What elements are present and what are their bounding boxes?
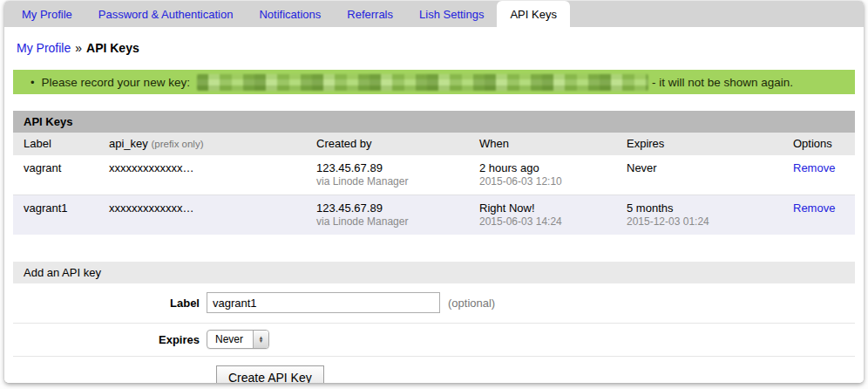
created-by-ip: 123.45.67.89 [316, 161, 479, 174]
bullet-icon: • [31, 76, 35, 89]
col-api-key-note: (prefix only) [151, 139, 203, 149]
expires-field-label: Expires [13, 333, 207, 346]
alert-prefix-text: Please record your new key: [42, 76, 190, 89]
browser-page: My Profile Password & Authentication Not… [4, 1, 864, 383]
key-when: 2 hours ago 2015-06-03 12:10 [479, 161, 627, 188]
key-options: Remove [793, 201, 855, 215]
tab-notifications[interactable]: Notifications [246, 1, 334, 27]
label-input[interactable] [207, 292, 440, 313]
alert-suffix-text: - it will not be shown again. [652, 76, 793, 89]
col-created-by: Created by [316, 137, 479, 150]
col-when: When [479, 137, 627, 150]
key-label: vagrant [24, 161, 109, 174]
breadcrumb-separator: » [75, 41, 82, 55]
breadcrumb-my-profile-link[interactable]: My Profile [17, 41, 71, 55]
key-expires: 5 months 2015-12-03 01:24 [627, 201, 793, 228]
tab-api-keys[interactable]: API Keys [497, 1, 569, 27]
table-row: vagrant1 xxxxxxxxxxxxx… 123.45.67.89 via… [13, 194, 855, 235]
table-row: vagrant xxxxxxxxxxxxx… 123.45.67.89 via … [13, 155, 855, 194]
key-created-by: 123.45.67.89 via Linode Manager [316, 161, 479, 188]
label-form-row: Label (optional) [13, 283, 855, 324]
create-api-key-button[interactable]: Create API Key [216, 365, 324, 383]
col-label: Label [24, 137, 109, 150]
profile-tabbar: My Profile Password & Authentication Not… [4, 1, 864, 27]
key-created-by: 123.45.67.89 via Linode Manager [316, 201, 479, 228]
remove-key-link[interactable]: Remove [793, 161, 835, 174]
select-stepper-icon: ▲ ▼ [253, 331, 268, 348]
when-date: 2015-06-03 12:10 [479, 175, 627, 188]
add-api-key-section-title: Add an API key [13, 262, 855, 283]
key-label: vagrant1 [24, 201, 109, 215]
created-by-ip: 123.45.67.89 [316, 201, 479, 215]
key-prefix: xxxxxxxxxxxxx… [109, 161, 316, 174]
key-options: Remove [793, 161, 855, 174]
key-expires: Never [627, 161, 793, 174]
expires-select[interactable]: Never ▲ ▼ [207, 330, 269, 349]
redacted-api-key [197, 74, 648, 91]
tab-referrals[interactable]: Referrals [334, 1, 406, 27]
created-by-via: via Linode Manager [316, 215, 479, 228]
api-keys-table: API Keys Label api_key (prefix only) Cre… [13, 111, 855, 235]
col-api-key-text: api_key [109, 137, 148, 150]
col-options: Options [793, 137, 855, 150]
page-content: My Profile»API Keys • Please record your… [4, 27, 864, 383]
chevron-down-icon: ▼ [259, 339, 264, 343]
submit-row: Create API Key [13, 357, 855, 383]
when-date: 2015-06-03 14:24 [479, 215, 627, 228]
expires-relative: 5 months [627, 201, 793, 215]
breadcrumb: My Profile»API Keys [13, 27, 855, 55]
created-by-via: via Linode Manager [316, 175, 479, 188]
col-expires: Expires [627, 137, 793, 150]
remove-key-link[interactable]: Remove [793, 201, 835, 215]
label-field-label: Label [13, 297, 207, 310]
key-when: Right Now! 2015-06-03 14:24 [479, 201, 627, 228]
table-header-row: Label api_key (prefix only) Created by W… [13, 133, 855, 155]
col-api-key: api_key (prefix only) [109, 137, 316, 150]
expires-form-row: Expires Never ▲ ▼ [13, 324, 855, 357]
tab-lish-settings[interactable]: Lish Settings [406, 1, 497, 27]
breadcrumb-current: API Keys [86, 41, 139, 55]
when-relative: 2 hours ago [479, 161, 627, 174]
expires-date: 2015-12-03 01:24 [627, 215, 793, 228]
table-title: API Keys [13, 111, 855, 133]
tab-my-profile[interactable]: My Profile [9, 1, 85, 27]
expires-relative: Never [627, 161, 793, 174]
new-key-alert: • Please record your new key: - it will … [13, 70, 855, 94]
tab-password-authentication[interactable]: Password & Authentication [85, 1, 247, 27]
key-prefix: xxxxxxxxxxxxx… [109, 201, 316, 215]
when-relative: Right Now! [479, 201, 627, 215]
label-optional-hint: (optional) [448, 297, 495, 310]
expires-selected-value: Never [207, 331, 253, 348]
